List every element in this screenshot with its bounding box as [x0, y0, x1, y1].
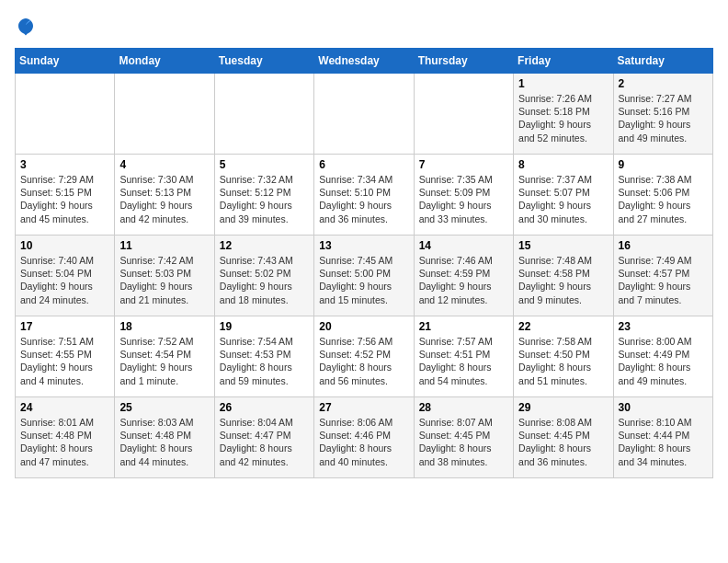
calendar-cell: 6Sunrise: 7:34 AM Sunset: 5:10 PM Daylig… [314, 155, 414, 236]
calendar-cell [214, 74, 313, 155]
day-of-week-header: Sunday [16, 49, 115, 74]
day-of-week-header: Tuesday [214, 49, 313, 74]
day-number: 27 [319, 401, 408, 414]
day-info: Sunrise: 7:52 AM Sunset: 4:54 PM Dayligh… [119, 335, 209, 387]
day-number: 19 [220, 320, 309, 333]
day-info: Sunrise: 8:07 AM Sunset: 4:45 PM Dayligh… [419, 416, 508, 468]
calendar-cell: 2Sunrise: 7:27 AM Sunset: 5:16 PM Daylig… [613, 74, 712, 155]
day-info: Sunrise: 7:48 AM Sunset: 4:58 PM Dayligh… [518, 254, 608, 306]
day-number: 14 [419, 239, 508, 252]
calendar-cell: 30Sunrise: 8:10 AM Sunset: 4:44 PM Dayli… [613, 397, 712, 478]
day-number: 3 [20, 158, 109, 171]
logo-icon [15, 15, 37, 37]
day-number: 20 [319, 320, 408, 333]
day-of-week-header: Monday [115, 49, 214, 74]
day-number: 21 [419, 320, 508, 333]
calendar-cell [16, 74, 115, 155]
day-number: 6 [319, 158, 408, 171]
day-info: Sunrise: 8:10 AM Sunset: 4:44 PM Dayligh… [619, 416, 708, 468]
day-info: Sunrise: 7:29 AM Sunset: 5:15 PM Dayligh… [20, 173, 109, 225]
calendar-cell: 5Sunrise: 7:32 AM Sunset: 5:12 PM Daylig… [214, 155, 313, 236]
day-number: 15 [518, 239, 608, 252]
calendar-week-row: 1Sunrise: 7:26 AM Sunset: 5:18 PM Daylig… [16, 74, 713, 155]
calendar-week-row: 10Sunrise: 7:40 AM Sunset: 5:04 PM Dayli… [16, 236, 713, 316]
calendar-cell: 1Sunrise: 7:26 AM Sunset: 5:18 PM Daylig… [514, 74, 613, 155]
day-number: 29 [518, 401, 608, 414]
calendar-cell: 24Sunrise: 8:01 AM Sunset: 4:48 PM Dayli… [16, 397, 115, 478]
header [15, 15, 713, 37]
calendar-cell: 15Sunrise: 7:48 AM Sunset: 4:58 PM Dayli… [514, 236, 613, 316]
day-number: 8 [518, 158, 608, 171]
day-number: 2 [619, 77, 708, 90]
calendar-cell: 12Sunrise: 7:43 AM Sunset: 5:02 PM Dayli… [214, 236, 313, 316]
day-number: 5 [220, 158, 309, 171]
day-number: 11 [119, 239, 209, 252]
day-number: 17 [20, 320, 109, 333]
day-number: 9 [619, 158, 708, 171]
day-info: Sunrise: 7:30 AM Sunset: 5:13 PM Dayligh… [119, 173, 209, 225]
day-info: Sunrise: 7:57 AM Sunset: 4:51 PM Dayligh… [419, 335, 508, 387]
calendar-cell: 10Sunrise: 7:40 AM Sunset: 5:04 PM Dayli… [16, 236, 115, 316]
calendar-cell: 25Sunrise: 8:03 AM Sunset: 4:48 PM Dayli… [115, 397, 214, 478]
day-number: 18 [119, 320, 209, 333]
calendar-week-row: 24Sunrise: 8:01 AM Sunset: 4:48 PM Dayli… [16, 397, 713, 478]
day-number: 1 [518, 77, 608, 90]
calendar-cell: 20Sunrise: 7:56 AM Sunset: 4:52 PM Dayli… [314, 316, 414, 397]
calendar-cell: 18Sunrise: 7:52 AM Sunset: 4:54 PM Dayli… [115, 316, 214, 397]
day-info: Sunrise: 8:01 AM Sunset: 4:48 PM Dayligh… [20, 416, 109, 468]
calendar-cell: 7Sunrise: 7:35 AM Sunset: 5:09 PM Daylig… [414, 155, 513, 236]
day-info: Sunrise: 7:45 AM Sunset: 5:00 PM Dayligh… [319, 254, 408, 306]
day-info: Sunrise: 8:00 AM Sunset: 4:49 PM Dayligh… [619, 335, 708, 387]
day-number: 30 [619, 401, 708, 414]
calendar-cell: 16Sunrise: 7:49 AM Sunset: 4:57 PM Dayli… [613, 236, 712, 316]
day-number: 25 [119, 401, 209, 414]
calendar-cell: 19Sunrise: 7:54 AM Sunset: 4:53 PM Dayli… [214, 316, 313, 397]
day-number: 23 [619, 320, 708, 333]
calendar-week-row: 3Sunrise: 7:29 AM Sunset: 5:15 PM Daylig… [16, 155, 713, 236]
day-info: Sunrise: 8:04 AM Sunset: 4:47 PM Dayligh… [220, 416, 309, 468]
day-info: Sunrise: 7:43 AM Sunset: 5:02 PM Dayligh… [220, 254, 309, 306]
day-info: Sunrise: 7:38 AM Sunset: 5:06 PM Dayligh… [619, 173, 708, 225]
calendar-table: SundayMondayTuesdayWednesdayThursdayFrid… [15, 48, 713, 478]
calendar-cell: 26Sunrise: 8:04 AM Sunset: 4:47 PM Dayli… [214, 397, 313, 478]
day-of-week-header: Friday [514, 49, 613, 74]
day-number: 24 [20, 401, 109, 414]
calendar-body: 1Sunrise: 7:26 AM Sunset: 5:18 PM Daylig… [16, 74, 713, 478]
calendar-cell: 21Sunrise: 7:57 AM Sunset: 4:51 PM Dayli… [414, 316, 513, 397]
calendar-cell: 13Sunrise: 7:45 AM Sunset: 5:00 PM Dayli… [314, 236, 414, 316]
calendar-cell: 4Sunrise: 7:30 AM Sunset: 5:13 PM Daylig… [115, 155, 214, 236]
day-number: 22 [518, 320, 608, 333]
calendar-cell: 23Sunrise: 8:00 AM Sunset: 4:49 PM Dayli… [613, 316, 712, 397]
day-info: Sunrise: 7:49 AM Sunset: 4:57 PM Dayligh… [619, 254, 708, 306]
day-of-week-header: Thursday [414, 49, 513, 74]
day-number: 4 [119, 158, 209, 171]
day-number: 12 [220, 239, 309, 252]
calendar-cell [414, 74, 513, 155]
day-number: 13 [319, 239, 408, 252]
calendar-cell: 3Sunrise: 7:29 AM Sunset: 5:15 PM Daylig… [16, 155, 115, 236]
day-info: Sunrise: 7:56 AM Sunset: 4:52 PM Dayligh… [319, 335, 408, 387]
calendar-cell: 8Sunrise: 7:37 AM Sunset: 5:07 PM Daylig… [514, 155, 613, 236]
calendar-cell [314, 74, 414, 155]
day-info: Sunrise: 7:58 AM Sunset: 4:50 PM Dayligh… [518, 335, 608, 387]
day-info: Sunrise: 7:37 AM Sunset: 5:07 PM Dayligh… [518, 173, 608, 225]
day-of-week-header: Saturday [613, 49, 712, 74]
day-number: 28 [419, 401, 508, 414]
day-info: Sunrise: 7:34 AM Sunset: 5:10 PM Dayligh… [319, 173, 408, 225]
day-info: Sunrise: 8:03 AM Sunset: 4:48 PM Dayligh… [119, 416, 209, 468]
calendar-cell [115, 74, 214, 155]
day-number: 26 [220, 401, 309, 414]
calendar-header-row: SundayMondayTuesdayWednesdayThursdayFrid… [16, 49, 713, 74]
day-info: Sunrise: 7:27 AM Sunset: 5:16 PM Dayligh… [619, 92, 708, 144]
day-info: Sunrise: 7:35 AM Sunset: 5:09 PM Dayligh… [419, 173, 508, 225]
calendar-cell: 17Sunrise: 7:51 AM Sunset: 4:55 PM Dayli… [16, 316, 115, 397]
calendar-cell: 14Sunrise: 7:46 AM Sunset: 4:59 PM Dayli… [414, 236, 513, 316]
day-number: 16 [619, 239, 708, 252]
logo [15, 15, 40, 37]
day-number: 7 [419, 158, 508, 171]
day-info: Sunrise: 8:06 AM Sunset: 4:46 PM Dayligh… [319, 416, 408, 468]
day-info: Sunrise: 7:46 AM Sunset: 4:59 PM Dayligh… [419, 254, 508, 306]
calendar-cell: 27Sunrise: 8:06 AM Sunset: 4:46 PM Dayli… [314, 397, 414, 478]
calendar-cell: 28Sunrise: 8:07 AM Sunset: 4:45 PM Dayli… [414, 397, 513, 478]
calendar-week-row: 17Sunrise: 7:51 AM Sunset: 4:55 PM Dayli… [16, 316, 713, 397]
